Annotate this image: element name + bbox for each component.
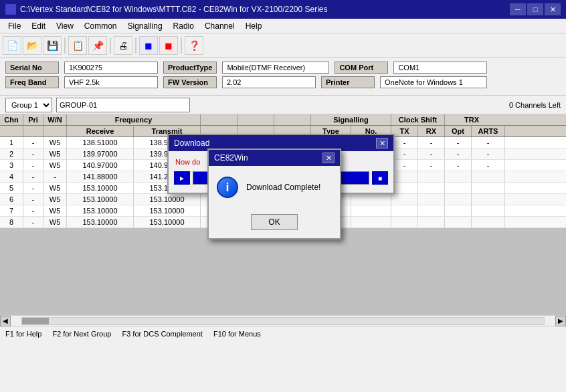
table-cell: - (472, 160, 505, 171)
table-cell (418, 183, 445, 193)
table-cell (445, 171, 472, 182)
tool-color1[interactable]: ◼ (139, 36, 158, 55)
table-cell: W5 (43, 205, 67, 216)
table-cell: - (23, 183, 43, 193)
product-label: ProductType (163, 62, 217, 74)
th-blank3 (274, 114, 311, 125)
table-cell: - (23, 137, 43, 148)
table-cell (445, 205, 472, 216)
menu-file[interactable]: File (3, 20, 26, 32)
freqband-value: VHF 2.5k (64, 76, 158, 88)
th-signalling: Signalling (311, 114, 391, 125)
table-cell: - (418, 149, 445, 159)
table-cell: W5 (43, 217, 67, 227)
group-select[interactable]: Group 1 (5, 98, 52, 112)
th-tx: TX (391, 126, 418, 136)
table-cell: 153.10000 (67, 217, 134, 227)
table-cell (418, 194, 445, 205)
grey-filler (0, 228, 566, 315)
table-cell: 141.88000 (67, 171, 134, 182)
download-dialog-title: Download (174, 138, 209, 148)
freqband-label: Freq Band (5, 76, 59, 88)
ok-button[interactable]: OK (251, 214, 298, 230)
table-cell (472, 183, 505, 193)
tool-print[interactable]: 🖨 (114, 36, 132, 55)
horizontal-scrollbar[interactable]: ◀ ▶ (0, 315, 566, 326)
menu-radio[interactable]: Radio (168, 20, 199, 32)
table-cell (445, 194, 472, 205)
scroll-track[interactable] (21, 317, 545, 325)
tool-color2[interactable]: ◼ (159, 36, 178, 55)
th-trx: TRX (445, 114, 498, 125)
tool-save[interactable]: 💾 (43, 36, 62, 55)
scroll-thumb (22, 318, 49, 324)
table-cell: - (23, 217, 43, 227)
alert-body: i Download Complete! (209, 166, 340, 209)
progress-play-btn[interactable]: ► (174, 171, 190, 185)
tool-new[interactable]: 📄 (3, 36, 21, 55)
th-frequency: Frequency (67, 114, 201, 125)
alert-buttons: OK (209, 209, 340, 238)
table-cell: - (391, 137, 418, 148)
table-cell: - (445, 149, 472, 159)
toolbar-separator-1 (64, 37, 66, 54)
group-name: GROUP-01 (56, 98, 190, 112)
status-f2: F2 for Next Group (52, 330, 111, 338)
table-cell: 138.51000 (67, 137, 134, 148)
table-cell: W5 (43, 183, 67, 193)
alert-title: CE82Win (214, 153, 248, 163)
alert-title-bar: CE82Win ✕ (209, 150, 340, 166)
table-cell: - (23, 194, 43, 205)
th-clockshift: Clock Shift (391, 114, 445, 125)
alert-dialog: CE82Win ✕ i Download Complete! OK (207, 149, 341, 239)
menu-channel[interactable]: Channel (199, 20, 240, 32)
table-cell: 153.10000 (67, 205, 134, 216)
toolbar-separator-3 (135, 37, 136, 54)
table-cell: - (418, 160, 445, 171)
comport-label: COM Port (335, 62, 388, 74)
download-dialog-close[interactable]: ✕ (376, 138, 388, 149)
th-receive: Receive (67, 126, 134, 136)
scroll-right-btn[interactable]: ▶ (555, 316, 566, 326)
th-rx: RX (418, 126, 445, 136)
menu-view[interactable]: View (51, 20, 79, 32)
table-cell (351, 217, 391, 227)
menu-edit[interactable]: Edit (26, 20, 51, 32)
tool-help[interactable]: ❓ (185, 36, 203, 55)
table-cell: W5 (43, 137, 67, 148)
th-pri: Pri (23, 114, 43, 125)
table-cell (418, 217, 445, 227)
table-cell: - (23, 205, 43, 216)
scroll-left-btn[interactable]: ◀ (0, 316, 11, 326)
table-cell: 2 (0, 149, 23, 159)
progress-stop-btn[interactable]: ■ (372, 171, 388, 185)
window-title: C:\Vertex Standard\CE82 for Windows\MTTT… (20, 5, 328, 14)
table-cell: - (391, 149, 418, 159)
close-button[interactable]: ✕ (545, 3, 561, 15)
menu-common[interactable]: Common (79, 20, 122, 32)
menu-bar: File Edit View Common Signalling Radio C… (0, 19, 566, 33)
table-cell: - (23, 149, 43, 159)
menu-signalling[interactable]: Signalling (122, 20, 168, 32)
table-cell: - (23, 171, 43, 182)
table-cell (418, 205, 445, 216)
maximize-button[interactable]: □ (527, 3, 543, 15)
table-cell (418, 171, 445, 182)
table-cell: - (445, 160, 472, 171)
serial-label: Serial No (5, 62, 59, 74)
tool-copy[interactable]: 📋 (68, 36, 87, 55)
table-cell: - (445, 137, 472, 148)
table-cell: 5 (0, 183, 23, 193)
product-value: Mobile(DTMF Receiver) (222, 62, 329, 74)
tool-paste[interactable]: 📌 (88, 36, 107, 55)
tool-open[interactable]: 📂 (23, 36, 41, 55)
printer-label: Printer (321, 76, 375, 88)
info-row-1: Serial No 1K900275 ProductType Mobile(DT… (5, 62, 561, 74)
table-header-row1: Chn Pri W/N Frequency Signalling Clock S… (0, 114, 566, 126)
table-cell: 140.97000 (67, 160, 134, 171)
alert-close-btn[interactable]: ✕ (322, 153, 335, 163)
table-cell (472, 205, 505, 216)
table-cell: - (418, 137, 445, 148)
menu-help[interactable]: Help (240, 20, 268, 32)
minimize-button[interactable]: ─ (510, 3, 526, 15)
